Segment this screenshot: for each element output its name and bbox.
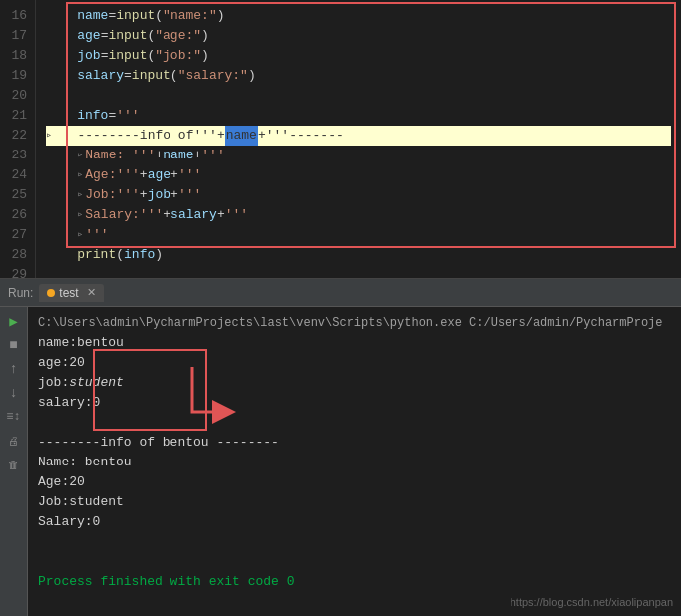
code-line-24: ▹Age:'''+age+''' (46, 165, 671, 185)
tab-close-icon[interactable]: ✕ (87, 286, 96, 299)
scroll-up-button[interactable]: ↑ (4, 359, 24, 379)
code-line-28: print(info) (46, 245, 671, 265)
stop-button[interactable]: ■ (4, 335, 24, 355)
output-info-age: Age:20 (38, 472, 671, 492)
code-line-27: ▹''' (46, 225, 671, 245)
line-numbers: 16 17 18 19 20 21 22 23 24 25 26 27 28 2… (0, 0, 36, 278)
output-area: C:\Users\admin\PycharmProjects\last\venv… (28, 307, 681, 616)
scroll-down-button[interactable]: ↓ (4, 383, 24, 403)
tab-name: test (59, 286, 78, 300)
code-line-29 (46, 265, 671, 278)
output-job: job:student (38, 373, 671, 393)
code-line-20 (46, 86, 671, 106)
code-line-16: name=input("name:") (46, 6, 671, 26)
code-line-26: ▹Salary:'''+salary+''' (46, 205, 671, 225)
editor-area: 16 17 18 19 20 21 22 23 24 25 26 27 28 2… (0, 0, 681, 279)
code-line-21: info=''' (46, 106, 671, 126)
code-content: name=input("name:") age=input("age:") jo… (36, 0, 681, 278)
tab-dot-icon (47, 289, 55, 297)
run-bar: Run: test ✕ (0, 279, 681, 307)
output-blank-2 (38, 532, 671, 552)
output-salary: salary:0 (38, 393, 671, 413)
output-info-job: Job:student (38, 492, 671, 512)
output-path-line: C:\Users\admin\PycharmProjects\last\venv… (38, 313, 671, 333)
output-info-salary: Salary:0 (38, 512, 671, 532)
wrap-button[interactable]: ≡↕ (4, 407, 24, 427)
run-label: Run: (8, 286, 33, 300)
output-blank-1 (38, 413, 671, 433)
code-line-25: ▹Job:'''+job+''' (46, 185, 671, 205)
bottom-panel: Run: test ✕ ▶ ■ ↑ ↓ ≡↕ 🖨 🗑 (0, 279, 681, 616)
run-tab[interactable]: test ✕ (39, 284, 103, 302)
clear-button[interactable]: 🗑 (4, 455, 24, 474)
output-info-sep: --------info of bentou -------- (38, 433, 671, 453)
print-button[interactable]: 🖨 (4, 431, 24, 451)
output-blank-3 (38, 552, 671, 572)
code-line-22: ▹ --------info of '''+name+''' ------- (46, 126, 671, 146)
watermark: https://blog.csdn.net/xiaolipanpan (511, 592, 673, 612)
code-line-23: ▹Name: '''+name+''' (46, 146, 671, 165)
output-process-line: Process finished with exit code 0 (38, 572, 671, 592)
output-name: name:bentou (38, 333, 671, 353)
side-toolbar: ▶ ■ ↑ ↓ ≡↕ 🖨 🗑 (0, 307, 28, 616)
code-line-17: age=input("age:") (46, 26, 671, 46)
panel-body: ▶ ■ ↑ ↓ ≡↕ 🖨 🗑 C:\Users\a (0, 307, 681, 616)
code-line-19: salary=input("salary:") (46, 66, 671, 86)
code-line-18: job=input("job:") (46, 46, 671, 66)
output-info-name: Name: bentou (38, 453, 671, 472)
output-age: age:20 (38, 353, 671, 373)
run-button[interactable]: ▶ (4, 311, 24, 331)
